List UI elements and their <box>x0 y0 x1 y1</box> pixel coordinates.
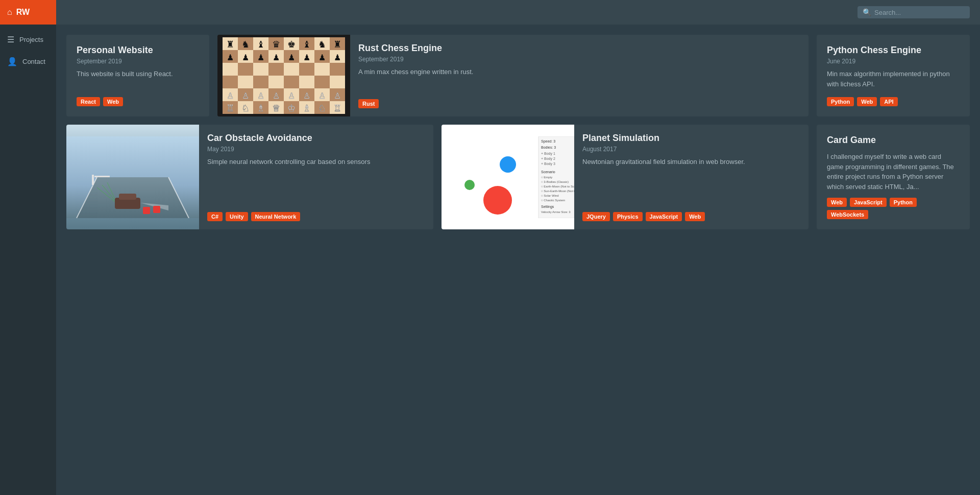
svg-text:♟: ♟ <box>227 53 234 62</box>
svg-text:♟: ♟ <box>334 53 341 62</box>
svg-text:♙: ♙ <box>318 91 326 100</box>
svg-rect-27 <box>253 76 268 88</box>
svg-text:+ Body 2: + Body 2 <box>541 157 555 161</box>
card-info: Planet Simulation August 2017 Newtonian … <box>574 125 808 229</box>
project-card-planet[interactable]: Speed: 3 Bodies: 3 + Body 1 + Body 2 + B… <box>442 125 808 229</box>
svg-text:♙: ♙ <box>334 91 341 100</box>
tag-web: Web <box>103 97 123 106</box>
svg-rect-22 <box>299 63 314 76</box>
logo-text: RW <box>16 8 30 17</box>
svg-text:♗: ♗ <box>257 103 265 113</box>
svg-text:♘: ♘ <box>241 103 250 113</box>
tag-web: Web <box>685 212 705 221</box>
card-desc: A min max chess engine written in rust. <box>358 67 800 93</box>
card-date: May 2019 <box>207 146 425 153</box>
svg-text:♘: ♘ <box>318 103 326 113</box>
svg-text:♟: ♟ <box>273 53 280 62</box>
tag-javascript: JavaScript <box>850 198 887 207</box>
planet-svg: Speed: 3 Bodies: 3 + Body 1 + Body 2 + B… <box>442 136 574 218</box>
svg-rect-86 <box>94 176 110 177</box>
project-card-car[interactable]: Car Obstacle Avoidance May 2019 Simple n… <box>66 125 433 229</box>
svg-text:+ Body 3: + Body 3 <box>541 162 555 166</box>
card-date: August 2017 <box>582 146 800 153</box>
svg-text:♙: ♙ <box>273 91 280 100</box>
sidebar-item-contact-label: Contact <box>22 58 45 65</box>
svg-text:♞: ♞ <box>241 39 250 50</box>
svg-rect-28 <box>268 76 284 88</box>
svg-text:♙: ♙ <box>303 91 310 100</box>
home-icon: ⌂ <box>7 8 12 17</box>
chess-thumbnail: ♜ ♞ ♝ ♛ ♚ ♝ ♞ ♜ ♟ ♟ ♟ <box>217 35 350 116</box>
tag-api: API <box>880 97 897 106</box>
card-tags: Rust <box>358 99 800 108</box>
card-date: September 2019 <box>77 58 199 65</box>
sidebar-item-projects-label: Projects <box>19 36 43 43</box>
card-title: Rust Chess Engine <box>358 43 800 54</box>
svg-text:♜: ♜ <box>333 39 341 50</box>
svg-rect-21 <box>284 63 299 76</box>
sidebar-logo[interactable]: ⌂ RW <box>0 0 56 25</box>
svg-rect-30 <box>299 76 314 88</box>
svg-text:♔: ♔ <box>287 103 296 113</box>
svg-rect-94 <box>153 206 160 213</box>
svg-text:♟: ♟ <box>257 53 264 62</box>
svg-rect-29 <box>284 76 299 88</box>
svg-rect-18 <box>238 63 253 76</box>
card-tags: Web JavaScript Python WebSockets <box>827 198 960 219</box>
svg-text:♟: ♟ <box>288 53 295 62</box>
svg-text:♝: ♝ <box>257 39 265 50</box>
tag-web: Web <box>857 97 877 106</box>
svg-text:+ Body 1: + Body 1 <box>541 152 555 156</box>
svg-text:♚: ♚ <box>287 39 296 50</box>
sidebar-item-contact[interactable]: 👤 Contact <box>0 51 56 73</box>
svg-rect-19 <box>253 63 268 76</box>
svg-rect-20 <box>268 63 284 76</box>
svg-rect-23 <box>314 63 330 76</box>
project-card-rust-chess[interactable]: ♜ ♞ ♝ ♛ ♚ ♝ ♞ ♜ ♟ ♟ ♟ <box>217 35 808 116</box>
tag-physics: Physics <box>613 212 643 221</box>
projects-content: Personal Website September 2019 This web… <box>56 25 980 240</box>
tag-python: Python <box>890 198 917 207</box>
svg-text:♕: ♕ <box>272 103 280 113</box>
projects-row-1: Personal Website September 2019 This web… <box>66 35 970 116</box>
svg-text:♟: ♟ <box>303 53 310 62</box>
svg-text:○ Sun-Earth-Moon (Not to Scale: ○ Sun-Earth-Moon (Not to Scale) <box>541 190 574 193</box>
svg-text:Scenario: Scenario <box>541 170 555 174</box>
contact-icon: 👤 <box>7 57 17 66</box>
svg-text:♞: ♞ <box>318 39 326 50</box>
project-card-python-chess[interactable]: Python Chess Engine June 2019 Min max al… <box>817 35 970 116</box>
svg-text:Bodies: 3: Bodies: 3 <box>541 146 556 149</box>
svg-rect-32 <box>330 76 345 88</box>
svg-text:♜: ♜ <box>226 39 234 50</box>
card-desc: This website is built using React. <box>77 69 199 91</box>
svg-rect-26 <box>238 76 253 88</box>
car-thumbnail <box>66 125 199 229</box>
svg-rect-24 <box>330 63 345 76</box>
project-card-card-game[interactable]: Card Game I challenged myself to write a… <box>817 125 970 229</box>
card-tags: C# Unity Neural Network <box>207 212 425 221</box>
main-content: 🔍 Personal Website September 2019 This w… <box>56 0 980 495</box>
card-desc: Min max algorithm implemented in python … <box>827 69 960 91</box>
svg-text:♟: ♟ <box>242 53 249 62</box>
search-wrapper[interactable]: 🔍 <box>857 6 970 18</box>
svg-text:♙: ♙ <box>242 91 249 100</box>
sidebar-item-projects[interactable]: ☰ Projects <box>0 29 56 51</box>
svg-text:Settings: Settings <box>541 205 554 209</box>
header: 🔍 <box>56 0 980 25</box>
svg-point-112 <box>500 156 516 173</box>
project-card-personal-website[interactable]: Personal Website September 2019 This web… <box>66 35 209 116</box>
card-info: Car Obstacle Avoidance May 2019 Simple n… <box>199 125 433 229</box>
search-input[interactable] <box>874 9 965 16</box>
svg-text:♙: ♙ <box>288 91 295 100</box>
card-title: Personal Website <box>77 45 199 56</box>
svg-text:○ Earth-Moon (Not to Scale): ○ Earth-Moon (Not to Scale) <box>541 185 574 188</box>
svg-rect-88 <box>119 194 136 200</box>
svg-rect-17 <box>223 63 238 76</box>
tag-websockets: WebSockets <box>827 210 868 219</box>
card-desc: Newtonian gravitational field simulation… <box>582 157 800 206</box>
svg-text:♖: ♖ <box>226 103 234 113</box>
card-desc: Simple neural network controlling car ba… <box>207 157 425 206</box>
svg-text:○ Empty: ○ Empty <box>541 176 552 179</box>
planet-thumbnail: Speed: 3 Bodies: 3 + Body 1 + Body 2 + B… <box>442 125 574 229</box>
projects-row-2: Car Obstacle Avoidance May 2019 Simple n… <box>66 125 970 229</box>
